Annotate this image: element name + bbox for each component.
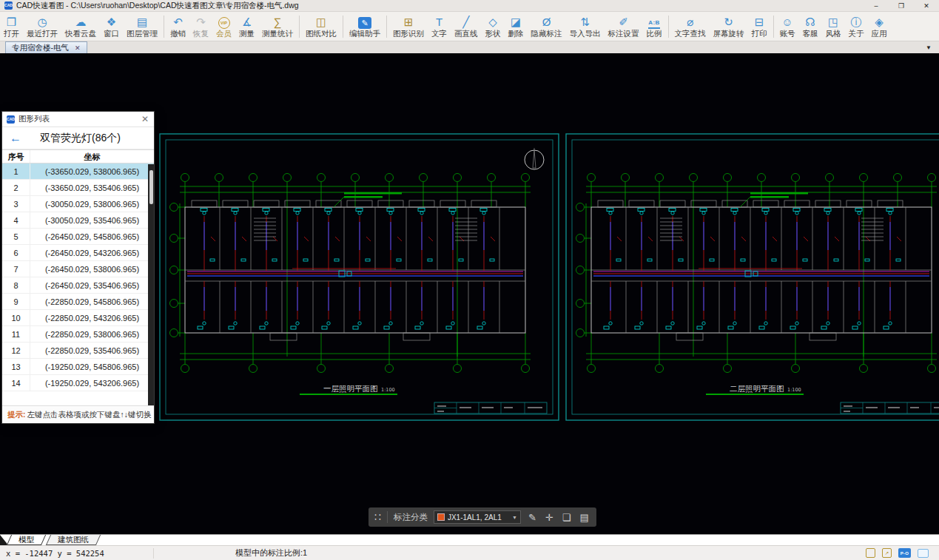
text-search-button[interactable]: ⌀文字查找	[671, 13, 710, 41]
table-row[interactable]: 10(-22850.029, 543206.965)	[2, 310, 154, 326]
style-button[interactable]: ◳风格	[822, 13, 845, 41]
app-icon: CAD	[4, 1, 13, 10]
table-row[interactable]: 8(-26450.029, 535406.965)	[2, 277, 154, 294]
table-row[interactable]: 3(-30050.029, 538006.965)	[2, 196, 154, 212]
layers-icon: ▤	[137, 16, 147, 29]
minimize-button[interactable]: –	[864, 0, 889, 11]
support-button[interactable]: ☊客服	[799, 13, 822, 41]
apps-button[interactable]: ◈应用	[868, 13, 891, 41]
panel-scrollbar[interactable]	[148, 164, 154, 405]
undo-icon: ↶	[173, 16, 183, 29]
classify-label: 标注分类	[394, 512, 428, 523]
annotation-classify-bar: ∷ 标注分类 JX1-1AL1, 2AL1 ▼ ✎ ✛ ❏ ▤	[368, 507, 596, 527]
scrollbar-thumb[interactable]	[149, 170, 153, 204]
classify-value: JX1-1AL1, 2AL1	[448, 513, 509, 522]
eye-slash-icon: Ø	[542, 16, 551, 29]
tab-list-arrow-icon[interactable]: ▼	[926, 44, 932, 51]
back-arrow-icon[interactable]: ←	[2, 132, 29, 145]
layer-manager-button[interactable]: ▤图层管理	[123, 13, 161, 41]
scale-button[interactable]: A:B比例	[643, 13, 666, 41]
table-row[interactable]: 2(-33650.029, 535406.965)	[2, 180, 154, 196]
redo-icon: ↷	[196, 16, 206, 29]
measure-stats-button[interactable]: ∑测量统计	[258, 13, 297, 41]
measure-button[interactable]: ∡测量	[235, 13, 258, 41]
vip-badge-icon: VIP	[218, 17, 230, 29]
recent-open-button[interactable]: ◷最近打开	[23, 13, 61, 41]
drawing-compare-button[interactable]: ◫图纸对比	[302, 13, 340, 41]
edit-annotation-icon[interactable]: ✎	[527, 513, 538, 522]
separator	[387, 511, 388, 523]
toolbar-separator	[299, 16, 300, 38]
eraser-icon: ◪	[511, 16, 521, 29]
table-row[interactable]: 12(-22850.029, 535406.965)	[2, 343, 154, 359]
paste-annotation-icon[interactable]: ▤	[578, 513, 590, 522]
hide-annotation-button[interactable]: Ø隐藏标注	[528, 13, 566, 41]
title-bar: CAD CAD快速看图 - C:\Users\ruohan\Desktop\CA…	[0, 0, 939, 12]
floor1-scale: 1:100	[381, 387, 395, 393]
table-row[interactable]: 7(-26450.029, 538006.965)	[2, 261, 154, 277]
cursor-coordinates: x = -12447 y = 542254	[0, 549, 153, 558]
shapes-button[interactable]: ◇形状	[482, 13, 505, 41]
print-button[interactable]: ⊟打印	[748, 13, 771, 41]
table-row[interactable]: 9(-22850.029, 545806.965)	[2, 294, 154, 310]
main-toolbar: ❒打开 ◷最近打开 ☁快看云盘 ❖窗口 ▤图层管理 ↶撤销 ↷恢复 VIP会员 …	[0, 12, 939, 41]
style-icon: ◳	[828, 16, 838, 29]
panel-app-icon: CAD	[7, 115, 15, 124]
window-button[interactable]: ❖窗口	[100, 13, 123, 41]
edit-assistant-button[interactable]: ✎编辑助手	[346, 13, 384, 41]
magnifier-icon: ⌀	[687, 16, 693, 29]
tab-close-icon[interactable]: ✕	[75, 44, 81, 52]
panel-close-icon[interactable]: ✕	[141, 114, 149, 124]
toolbar-separator	[386, 16, 387, 38]
pdf-doc-icon[interactable]	[866, 548, 875, 558]
document-tab-bar: 专用宿舍楼-电气 ✕ ▼	[0, 41, 939, 53]
coordinate-table: 序号 坐标 1(-33650.029, 538006.965) 2(-33650…	[2, 149, 154, 405]
sheet-tab-model[interactable]: 模型	[7, 535, 46, 545]
tab-drawing-file[interactable]: 专用宿舍楼-电气 ✕	[5, 41, 87, 53]
erase-button[interactable]: ◪删除	[505, 13, 528, 41]
panel-title: 图形列表	[18, 114, 50, 124]
undo-button[interactable]: ↶撤销	[166, 13, 189, 41]
table-row[interactable]: 5(-26450.029, 545806.965)	[2, 229, 154, 245]
scale-ab-icon: A:B	[648, 18, 660, 29]
close-button[interactable]: ✕	[914, 0, 939, 11]
table-row[interactable]: 11(-22850.029, 538006.965)	[2, 326, 154, 343]
sheet-floor2-plan[interactable]: 二层照明平面图 1:100	[566, 134, 939, 420]
vip-member-button[interactable]: VIP会员	[212, 13, 235, 41]
line-icon: ╱	[462, 16, 469, 29]
copy-annotation-icon[interactable]: ❏	[561, 513, 573, 522]
draw-line-button[interactable]: ╱画直线	[451, 13, 482, 41]
table-row[interactable]: 1(-33650.029, 538006.965)	[2, 163, 154, 180]
sheet-tab-architectural[interactable]: 建筑图纸	[46, 535, 101, 545]
account-button[interactable]: ☺账号	[776, 13, 799, 41]
hint-text: 左键点击表格项或按下键盘↑↓键切换	[27, 410, 152, 420]
annotation-settings-button[interactable]: ✐标注设置	[605, 13, 643, 41]
open-button[interactable]: ❒打开	[0, 13, 23, 41]
panel-title-bar: CAD 图形列表 ✕	[2, 112, 154, 127]
text-button[interactable]: T文字	[428, 13, 451, 41]
maximize-button[interactable]: ❐	[889, 0, 914, 11]
sheet-floor1-plan[interactable]: 一层照明平面图 1:100	[160, 134, 559, 420]
table-row[interactable]: 13(-19250.029, 545806.965)	[2, 359, 154, 375]
about-button[interactable]: ⓘ关于	[845, 13, 868, 41]
panel-header: ← 双管荧光灯(86个)	[2, 127, 154, 149]
floor2-caption: 二层照明平面图	[730, 384, 784, 394]
screen-rotate-button[interactable]: ↻屏幕旋转	[710, 13, 748, 41]
shape-recognition-icon: ⊞	[404, 16, 414, 29]
shape-recognition-button[interactable]: ⊞图形识别	[389, 13, 428, 41]
grid-view-icon[interactable]: ∷	[374, 512, 381, 522]
headset-icon: ☊	[805, 16, 815, 29]
cloud-drive-button[interactable]: ☁快看云盘	[61, 13, 100, 41]
import-export-button[interactable]: ⇅导入导出	[566, 13, 605, 41]
table-row[interactable]: 6(-26450.029, 543206.965)	[2, 245, 154, 261]
pdf-convert-badge-icon[interactable]: P-O	[898, 548, 911, 558]
pdf-export-icon[interactable]: ↗	[882, 548, 892, 558]
tab-label: 专用宿舍楼-电气	[12, 43, 69, 53]
toolbar-separator	[668, 16, 669, 38]
panel-hint: 提示: 左键点击表格项或按下键盘↑↓键切换	[2, 405, 154, 423]
screen-display-icon[interactable]	[918, 549, 929, 558]
table-row[interactable]: 14(-19250.029, 543206.965)	[2, 375, 154, 391]
table-row[interactable]: 4(-30050.029, 535406.965)	[2, 212, 154, 229]
move-annotation-icon[interactable]: ✛	[544, 513, 555, 522]
classify-dropdown[interactable]: JX1-1AL1, 2AL1 ▼	[434, 510, 521, 524]
